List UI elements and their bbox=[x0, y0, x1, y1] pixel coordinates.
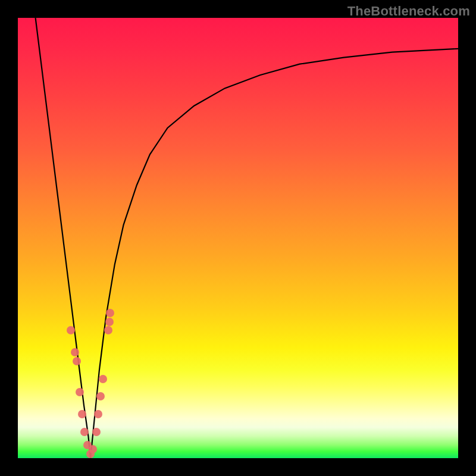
data-point bbox=[104, 326, 112, 334]
data-point bbox=[92, 428, 101, 436]
data-point bbox=[71, 348, 79, 356]
data-point bbox=[78, 410, 86, 418]
data-point bbox=[76, 388, 84, 396]
curve-right-branch bbox=[90, 49, 458, 458]
data-point bbox=[89, 445, 97, 453]
data-point bbox=[99, 375, 107, 383]
data-point bbox=[67, 326, 75, 334]
data-point bbox=[96, 392, 105, 400]
data-point bbox=[73, 357, 81, 365]
plot-area bbox=[18, 18, 458, 458]
data-point bbox=[105, 318, 114, 326]
chart-frame: TheBottleneck.com bbox=[0, 0, 476, 476]
bottleneck-curve bbox=[18, 18, 458, 458]
watermark-text: TheBottleneck.com bbox=[347, 4, 470, 19]
data-point bbox=[80, 428, 89, 436]
data-point bbox=[94, 410, 102, 418]
data-point bbox=[106, 309, 114, 317]
